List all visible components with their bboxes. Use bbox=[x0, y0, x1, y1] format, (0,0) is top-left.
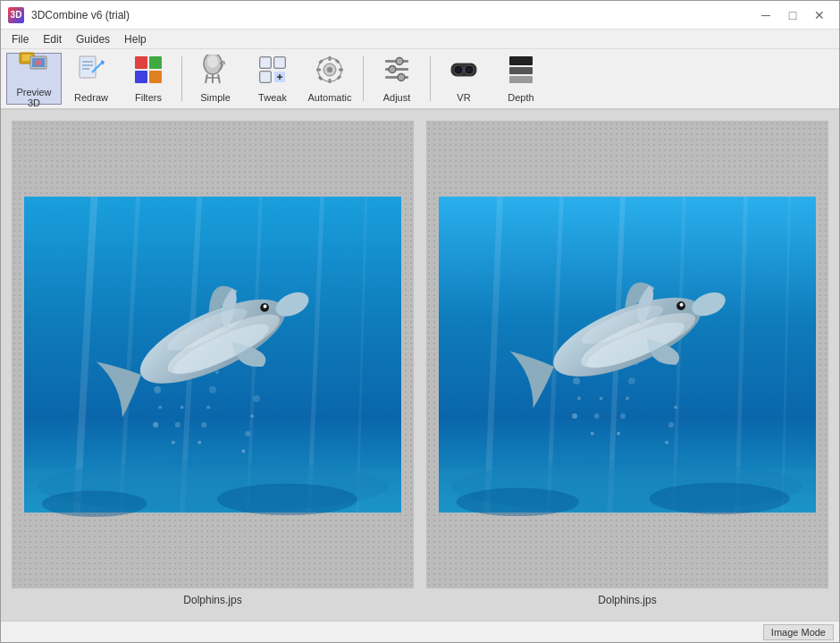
svg-point-89 bbox=[217, 484, 357, 515]
svg-point-75 bbox=[197, 441, 201, 444]
redraw-label: Redraw bbox=[74, 92, 108, 103]
svg-rect-56 bbox=[509, 56, 533, 65]
svg-point-77 bbox=[206, 405, 210, 409]
svg-point-118 bbox=[665, 441, 668, 444]
svg-point-32 bbox=[327, 67, 332, 72]
maximize-button[interactable]: □ bbox=[780, 5, 805, 25]
toolbar-sep-3 bbox=[430, 56, 431, 101]
svg-rect-21 bbox=[260, 57, 271, 68]
svg-rect-13 bbox=[135, 71, 147, 83]
svg-rect-58 bbox=[509, 76, 533, 83]
preview3d-label: Preview 3D bbox=[11, 87, 57, 108]
main-content: Dolphins.jps bbox=[1, 110, 839, 642]
toolbar: Preview 3D Redraw bbox=[1, 49, 839, 110]
svg-point-67 bbox=[158, 405, 162, 409]
left-image-caption: Dolphins.jps bbox=[183, 588, 241, 610]
right-dolphin-image bbox=[439, 133, 816, 576]
svg-rect-12 bbox=[149, 56, 162, 69]
menu-file[interactable]: File bbox=[4, 30, 36, 49]
window-title: 3DCombine v6 (trial) bbox=[31, 9, 130, 21]
svg-point-83 bbox=[245, 431, 250, 436]
depth-label: Depth bbox=[508, 92, 533, 103]
svg-rect-23 bbox=[274, 57, 285, 68]
tweak-label: Tweak bbox=[258, 92, 287, 103]
svg-point-124 bbox=[650, 483, 790, 514]
menu-help[interactable]: Help bbox=[117, 30, 154, 49]
svg-point-82 bbox=[241, 449, 245, 453]
status-bar: Image Mode bbox=[1, 621, 839, 642]
menu-edit[interactable]: Edit bbox=[36, 30, 69, 49]
toolbar-redraw[interactable]: Redraw bbox=[63, 53, 119, 105]
right-image-caption: Dolphins.jps bbox=[598, 588, 656, 610]
toolbar-tweak[interactable]: Tweak bbox=[245, 53, 300, 105]
svg-point-110 bbox=[591, 432, 594, 436]
toolbar-vr[interactable]: VR bbox=[436, 53, 491, 105]
svg-point-104 bbox=[572, 413, 577, 419]
svg-rect-14 bbox=[149, 71, 162, 83]
svg-point-78 bbox=[209, 386, 216, 393]
automatic-label: Automatic bbox=[308, 92, 352, 103]
svg-rect-36 bbox=[339, 68, 343, 71]
tweak-icon bbox=[257, 55, 288, 89]
toolbar-sep-2 bbox=[363, 56, 364, 101]
close-button[interactable]: ✕ bbox=[807, 5, 832, 25]
depth-icon bbox=[506, 55, 536, 89]
toolbar-filters[interactable]: Filters bbox=[121, 53, 176, 105]
svg-line-17 bbox=[206, 74, 207, 83]
filters-icon bbox=[133, 55, 164, 89]
title-bar-left: 3D 3DCombine v6 (trial) bbox=[8, 7, 130, 23]
image-area: Dolphins.jps bbox=[1, 110, 839, 621]
title-bar: 3D 3DCombine v6 (trial) ─ □ ✕ bbox=[1, 1, 839, 30]
main-window: 3D 3DCombine v6 (trial) ─ □ ✕ File Edit … bbox=[0, 0, 840, 643]
vr-icon bbox=[449, 55, 479, 89]
panel-divider bbox=[414, 121, 426, 610]
simple-label: Simple bbox=[200, 92, 231, 103]
svg-point-46 bbox=[398, 73, 405, 80]
svg-rect-34 bbox=[329, 79, 332, 83]
svg-point-74 bbox=[181, 405, 184, 409]
preview3d-icon bbox=[18, 49, 50, 84]
svg-point-111 bbox=[594, 413, 600, 419]
svg-point-84 bbox=[250, 414, 254, 418]
svg-rect-5 bbox=[80, 56, 96, 78]
svg-point-114 bbox=[620, 413, 626, 419]
toolbar-adjust[interactable]: Adjust bbox=[369, 53, 424, 105]
filters-label: Filters bbox=[135, 92, 162, 103]
svg-point-106 bbox=[573, 377, 580, 385]
toolbar-automatic[interactable]: Automatic bbox=[302, 53, 357, 105]
svg-rect-33 bbox=[329, 56, 332, 61]
status-badge: Image Mode bbox=[763, 624, 834, 640]
svg-point-51 bbox=[456, 67, 461, 72]
automatic-icon bbox=[315, 55, 345, 89]
svg-point-45 bbox=[389, 65, 396, 72]
menu-guides[interactable]: Guides bbox=[69, 30, 117, 49]
svg-point-79 bbox=[215, 370, 219, 374]
svg-point-68 bbox=[154, 386, 161, 393]
svg-rect-35 bbox=[316, 68, 321, 71]
svg-point-113 bbox=[617, 432, 620, 436]
svg-point-116 bbox=[628, 377, 635, 385]
svg-point-52 bbox=[466, 67, 472, 72]
svg-rect-25 bbox=[260, 72, 271, 82]
svg-point-16 bbox=[207, 55, 218, 68]
svg-point-4 bbox=[35, 60, 42, 65]
toolbar-depth[interactable]: Depth bbox=[493, 53, 549, 105]
svg-point-120 bbox=[674, 405, 677, 409]
toolbar-preview3d[interactable]: Preview 3D bbox=[6, 53, 62, 105]
adjust-icon bbox=[382, 55, 412, 89]
toolbar-simple[interactable]: Simple bbox=[188, 53, 243, 105]
minimize-button[interactable]: ─ bbox=[753, 5, 778, 25]
svg-point-115 bbox=[626, 397, 629, 401]
svg-point-44 bbox=[396, 57, 403, 64]
svg-point-123 bbox=[457, 488, 579, 516]
adjust-label: Adjust bbox=[383, 92, 411, 103]
menu-bar: File Edit Guides Help bbox=[1, 30, 839, 49]
left-image-panel: Dolphins.jps bbox=[12, 121, 414, 610]
svg-point-66 bbox=[153, 422, 158, 427]
svg-rect-11 bbox=[135, 56, 147, 69]
simple-icon bbox=[200, 55, 231, 89]
vr-label: VR bbox=[457, 92, 470, 103]
svg-point-76 bbox=[201, 422, 206, 427]
toolbar-sep-1 bbox=[181, 56, 182, 101]
left-dolphin-image bbox=[24, 133, 401, 576]
